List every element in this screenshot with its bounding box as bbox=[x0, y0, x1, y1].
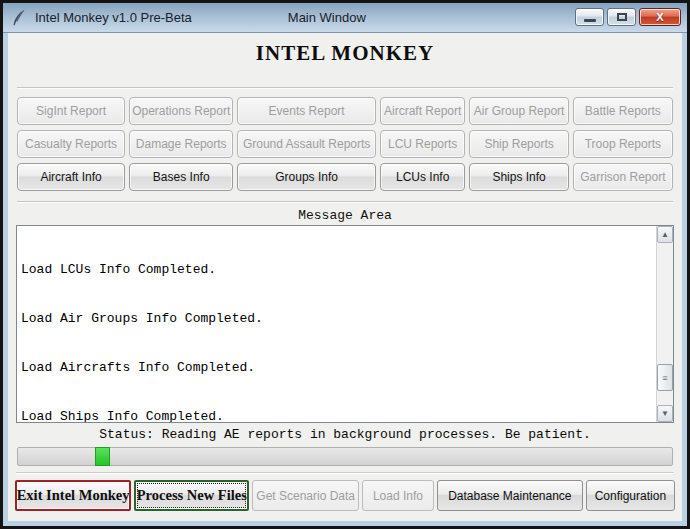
minimize-button[interactable] bbox=[575, 8, 604, 26]
configuration-button[interactable]: Configuration bbox=[586, 480, 675, 511]
status-text: Status: Reading AE reports in background… bbox=[15, 427, 675, 442]
ground-assault-reports-button[interactable]: Ground Assault Reports bbox=[237, 130, 376, 158]
log-line: Load Ships Info Completed. bbox=[21, 409, 656, 423]
sigint-report-button[interactable]: SigInt Report bbox=[17, 97, 125, 125]
feather-icon bbox=[11, 9, 27, 27]
ships-info-button[interactable]: Ships Info bbox=[469, 163, 568, 191]
events-report-button[interactable]: Events Report bbox=[237, 97, 376, 125]
aircraft-report-button[interactable]: Aircraft Report bbox=[380, 97, 466, 125]
separator-middle bbox=[17, 201, 673, 203]
progress-indicator bbox=[95, 447, 110, 466]
window-label: Main Window bbox=[288, 10, 366, 25]
database-maintenance-button[interactable]: Database Maintenance bbox=[437, 480, 583, 511]
bases-info-button[interactable]: Bases Info bbox=[129, 163, 233, 191]
progress-bar bbox=[17, 447, 673, 466]
separator-bottom bbox=[16, 472, 674, 474]
scroll-up-button[interactable]: ▲ bbox=[657, 226, 673, 243]
titlebar: Intel Monkey v1.0 Pre-Beta Main Window X bbox=[3, 3, 687, 33]
chevron-up-icon: ▲ bbox=[661, 230, 669, 239]
groups-info-button[interactable]: Groups Info bbox=[237, 163, 376, 191]
window-controls: X bbox=[575, 8, 681, 26]
header: INTEL MONKEY bbox=[15, 33, 675, 85]
ship-reports-button[interactable]: Ship Reports bbox=[469, 130, 568, 158]
window-body: INTEL MONKEY SigInt Report Operations Re… bbox=[3, 33, 687, 526]
close-button[interactable]: X bbox=[639, 8, 681, 26]
log-line: Load LCUs Info Completed. bbox=[21, 262, 656, 278]
report-button-grid: SigInt Report Operations Report Events R… bbox=[17, 97, 673, 191]
casualty-reports-button[interactable]: Casualty Reports bbox=[17, 130, 125, 158]
aircraft-info-button[interactable]: Aircraft Info bbox=[17, 163, 125, 191]
get-scenario-data-button[interactable]: Get Scenario Data bbox=[252, 480, 359, 511]
message-log[interactable]: Load LCUs Info Completed. Load Air Group… bbox=[17, 226, 656, 422]
exit-intel-monkey-button[interactable]: Exit Intel Monkey bbox=[15, 480, 131, 511]
lcus-info-button[interactable]: LCUs Info bbox=[380, 163, 466, 191]
garrison-report-button[interactable]: Garrison Report bbox=[573, 163, 673, 191]
lcu-reports-button[interactable]: LCU Reports bbox=[380, 130, 466, 158]
log-line: Load Air Groups Info Completed. bbox=[21, 311, 656, 327]
maximize-icon bbox=[617, 13, 627, 21]
page-title: INTEL MONKEY bbox=[256, 41, 434, 66]
message-area-label: Message Area bbox=[15, 208, 675, 223]
troop-reports-button[interactable]: Troop Reports bbox=[573, 130, 673, 158]
load-info-button[interactable]: Load Info bbox=[362, 480, 434, 511]
log-line: Load Aircrafts Info Completed. bbox=[21, 360, 656, 376]
close-icon: X bbox=[656, 11, 663, 23]
minimize-icon bbox=[584, 19, 596, 22]
app-window: Intel Monkey v1.0 Pre-Beta Main Window X… bbox=[0, 0, 690, 529]
scroll-down-button[interactable]: ▼ bbox=[657, 405, 673, 422]
air-group-report-button[interactable]: Air Group Report bbox=[469, 97, 568, 125]
scrollbar-thumb[interactable]: ≡ bbox=[657, 364, 673, 391]
battle-reports-button[interactable]: Battle Reports bbox=[573, 97, 673, 125]
message-area: Load LCUs Info Completed. Load Air Group… bbox=[16, 225, 674, 423]
operations-report-button[interactable]: Operations Report bbox=[129, 97, 233, 125]
bottom-button-row: Exit Intel Monkey Process New Files Get … bbox=[15, 480, 675, 511]
grip-icon: ≡ bbox=[662, 373, 667, 383]
app-title: Intel Monkey v1.0 Pre-Beta bbox=[35, 10, 192, 25]
chevron-down-icon: ▼ bbox=[661, 409, 669, 418]
maximize-button[interactable] bbox=[607, 8, 636, 26]
process-new-files-button[interactable]: Process New Files bbox=[134, 480, 249, 511]
damage-reports-button[interactable]: Damage Reports bbox=[129, 130, 233, 158]
vertical-scrollbar[interactable]: ▲ ≡ ▼ bbox=[656, 226, 673, 422]
separator-top bbox=[17, 87, 673, 89]
